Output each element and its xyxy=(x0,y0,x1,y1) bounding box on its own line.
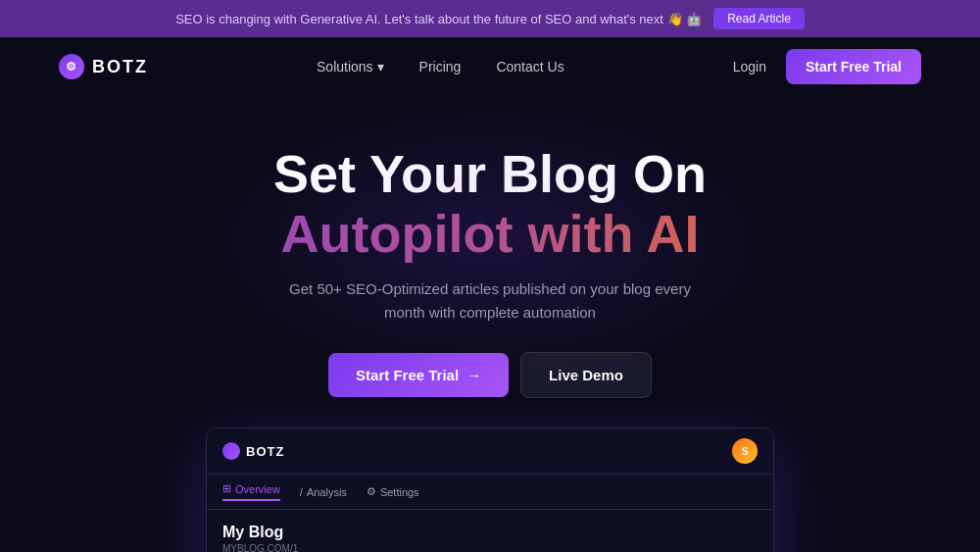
overview-icon: ⊞ xyxy=(222,482,231,495)
logo-icon: ⚙ xyxy=(59,54,84,79)
navbar: ⚙ BOTZ Solutions ▾ Pricing Contact Us Lo… xyxy=(0,37,980,96)
blog-url: MYBLOG.COM/1 xyxy=(222,543,758,552)
hero-section: Set Your Blog On Autopilot with AI Get 5… xyxy=(0,96,980,427)
chevron-down-icon: ▾ xyxy=(377,59,384,75)
dashboard-avatar: S xyxy=(732,438,758,464)
analysis-separator: / xyxy=(300,486,303,498)
nav-right: Login Start Free Trial xyxy=(733,49,921,84)
overview-label: Overview xyxy=(235,483,280,495)
announcement-bar: SEO is changing with Generative AI. Let'… xyxy=(0,0,980,37)
announcement-text: SEO is changing with Generative AI. Let'… xyxy=(175,12,702,26)
nav-links: Solutions ▾ Pricing Contact Us xyxy=(317,59,564,75)
logo-text: BOTZ xyxy=(92,57,148,77)
settings-icon: ⚙ xyxy=(367,485,376,498)
settings-label: Settings xyxy=(380,486,419,498)
nav-contact[interactable]: Contact Us xyxy=(496,59,564,75)
dashboard-content: My Blog MYBLOG.COM/1 Hey Saurabh Here's … xyxy=(207,510,773,552)
dashboard-logo-icon xyxy=(222,442,240,460)
dashboard-nav: ⊞ Overview / Analysis ⚙ Settings xyxy=(207,475,773,510)
dashboard-nav-analysis[interactable]: / Analysis xyxy=(300,486,347,498)
logo: ⚙ BOTZ xyxy=(59,54,148,79)
hero-title-line1: Set Your Blog On xyxy=(20,145,960,203)
hero-title-line2: Autopilot with AI xyxy=(20,203,960,264)
nav-solutions[interactable]: Solutions ▾ xyxy=(317,59,384,75)
dashboard-topbar: BOTZ S xyxy=(207,428,773,475)
nav-pricing[interactable]: Pricing xyxy=(419,59,462,75)
dashboard-logo: BOTZ xyxy=(222,442,284,460)
live-demo-button[interactable]: Live Demo xyxy=(520,352,652,398)
start-trial-label: Start Free Trial xyxy=(356,367,459,383)
read-article-button[interactable]: Read Article xyxy=(713,8,805,29)
arrow-icon: → xyxy=(466,367,481,383)
dashboard-nav-overview[interactable]: ⊞ Overview xyxy=(222,482,280,501)
hero-start-trial-button[interactable]: Start Free Trial → xyxy=(328,353,509,397)
blog-title: My Blog xyxy=(222,524,758,541)
dashboard-logo-text: BOTZ xyxy=(246,444,284,459)
analysis-label: Analysis xyxy=(307,486,347,498)
dashboard-nav-settings[interactable]: ⚙ Settings xyxy=(367,485,419,498)
hero-buttons: Start Free Trial → Live Demo xyxy=(20,352,960,398)
hero-subtitle: Get 50+ SEO-Optimized articles published… xyxy=(284,277,696,325)
login-link[interactable]: Login xyxy=(733,59,766,75)
dashboard-preview: BOTZ S ⊞ Overview / Analysis ⚙ Settings … xyxy=(206,427,774,552)
start-trial-button[interactable]: Start Free Trial xyxy=(786,49,921,84)
